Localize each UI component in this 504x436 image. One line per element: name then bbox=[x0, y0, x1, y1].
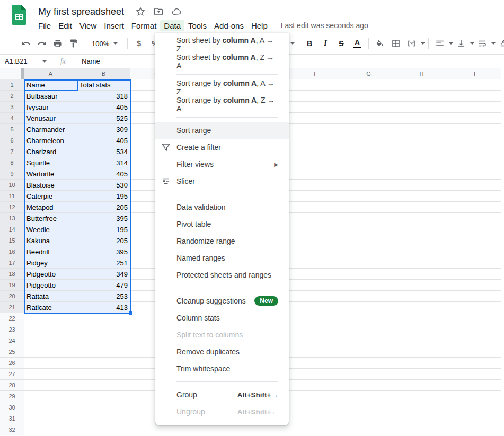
row-header-30[interactable]: 30 bbox=[0, 402, 24, 413]
cell-B32[interactable] bbox=[77, 424, 130, 435]
cell-H16[interactable] bbox=[395, 246, 448, 257]
cell-A21[interactable]: Raticate bbox=[24, 302, 77, 313]
cell-A16[interactable]: Beedrill bbox=[24, 246, 77, 257]
cell-H14[interactable] bbox=[395, 224, 448, 235]
cell-F19[interactable] bbox=[289, 280, 342, 291]
menu-item-sort-sheet-by-column-a-z-a[interactable]: Sort sheet by column A, Z → A bbox=[155, 53, 289, 70]
cell-B24[interactable] bbox=[77, 335, 130, 346]
menubar-item-format[interactable]: Format bbox=[128, 20, 161, 31]
cell-H5[interactable] bbox=[395, 124, 448, 135]
cell-B6[interactable]: 405 bbox=[77, 135, 130, 146]
cell-B26[interactable] bbox=[77, 358, 130, 369]
cell-G21[interactable] bbox=[342, 302, 395, 313]
cell-G19[interactable] bbox=[342, 280, 395, 291]
row-header-23[interactable]: 23 bbox=[0, 324, 24, 335]
text-rotation-button[interactable] bbox=[497, 37, 504, 50]
cell-G15[interactable] bbox=[342, 235, 395, 246]
cell-I26[interactable] bbox=[448, 358, 501, 369]
cell-F32[interactable] bbox=[289, 424, 342, 435]
row-header-3[interactable]: 3 bbox=[0, 102, 24, 113]
cell-I20[interactable] bbox=[448, 291, 501, 302]
cell-B9[interactable]: 405 bbox=[77, 168, 130, 180]
cell-A2[interactable]: Bulbasaur bbox=[24, 91, 77, 102]
cell-G9[interactable] bbox=[342, 168, 395, 180]
row-header-32[interactable]: 32 bbox=[0, 424, 24, 435]
cell-B14[interactable]: 195 bbox=[77, 224, 130, 235]
cell-H25[interactable] bbox=[395, 346, 448, 358]
cell-H27[interactable] bbox=[395, 369, 448, 380]
cell-A3[interactable]: Ivysaur bbox=[24, 102, 77, 113]
row-header-21[interactable]: 21 bbox=[0, 302, 24, 313]
row-header-2[interactable]: 2 bbox=[0, 91, 24, 102]
cell-I21[interactable] bbox=[448, 302, 501, 313]
paint-format-button[interactable] bbox=[67, 37, 81, 50]
cell-B18[interactable]: 349 bbox=[77, 269, 130, 280]
cell-F10[interactable] bbox=[289, 180, 342, 191]
name-box-dropdown-icon[interactable] bbox=[42, 60, 47, 63]
row-header-4[interactable]: 4 bbox=[0, 113, 24, 124]
cell-F13[interactable] bbox=[289, 213, 342, 224]
cell-I22[interactable] bbox=[448, 313, 501, 324]
cell-F6[interactable] bbox=[289, 135, 342, 146]
cell-I27[interactable] bbox=[448, 369, 501, 380]
row-header-6[interactable]: 6 bbox=[0, 135, 24, 146]
cell-I7[interactable] bbox=[448, 146, 501, 157]
cell-G14[interactable] bbox=[342, 224, 395, 235]
cell-B30[interactable] bbox=[77, 402, 130, 413]
cell-A17[interactable]: Pidgey bbox=[24, 257, 77, 269]
menu-item-sort-sheet-by-column-a-a-z[interactable]: Sort sheet by column A, A → Z bbox=[155, 36, 289, 53]
row-header-25[interactable]: 25 bbox=[0, 346, 24, 358]
cell-B20[interactable]: 253 bbox=[77, 291, 130, 302]
cell-F8[interactable] bbox=[289, 157, 342, 168]
cell-H30[interactable] bbox=[395, 402, 448, 413]
cell-H17[interactable] bbox=[395, 257, 448, 269]
row-header-28[interactable]: 28 bbox=[0, 380, 24, 391]
menubar-item-insert[interactable]: Insert bbox=[100, 20, 128, 31]
row-header-31[interactable]: 31 bbox=[0, 413, 24, 424]
cell-C32[interactable] bbox=[130, 424, 183, 435]
cell-F18[interactable] bbox=[289, 269, 342, 280]
cell-A28[interactable] bbox=[24, 380, 77, 391]
row-header-16[interactable]: 16 bbox=[0, 246, 24, 257]
last-edit-link[interactable]: Last edit was seconds ago bbox=[281, 21, 368, 30]
row-header-5[interactable]: 5 bbox=[0, 124, 24, 135]
cell-F24[interactable] bbox=[289, 335, 342, 346]
cell-G17[interactable] bbox=[342, 257, 395, 269]
row-header-10[interactable]: 10 bbox=[0, 180, 24, 191]
cell-F29[interactable] bbox=[289, 391, 342, 402]
star-icon[interactable] bbox=[135, 6, 146, 17]
cell-B10[interactable]: 530 bbox=[77, 180, 130, 191]
menu-item-sort-range[interactable]: Sort range bbox=[155, 122, 289, 139]
column-header-a[interactable]: A bbox=[24, 68, 77, 79]
row-header-8[interactable]: 8 bbox=[0, 157, 24, 168]
cell-G28[interactable] bbox=[342, 380, 395, 391]
row-header-1[interactable]: 1 bbox=[0, 79, 24, 91]
vertical-align-options-icon[interactable] bbox=[470, 42, 474, 45]
cell-I16[interactable] bbox=[448, 246, 501, 257]
row-header-14[interactable]: 14 bbox=[0, 224, 24, 235]
cell-A20[interactable]: Rattata bbox=[24, 291, 77, 302]
cell-G20[interactable] bbox=[342, 291, 395, 302]
menu-item-sort-range-by-column-a-a-z[interactable]: Sort range by column A, A → Z bbox=[155, 79, 289, 96]
cell-G12[interactable] bbox=[342, 202, 395, 213]
cell-I30[interactable] bbox=[448, 402, 501, 413]
cell-B1[interactable]: Total stats bbox=[77, 79, 130, 91]
merge-options-icon[interactable] bbox=[421, 42, 425, 45]
borders-button[interactable] bbox=[389, 37, 403, 50]
cell-F30[interactable] bbox=[289, 402, 342, 413]
menu-item-cleanup-suggestions[interactable]: Cleanup suggestionsNew bbox=[155, 292, 289, 309]
cell-H22[interactable] bbox=[395, 313, 448, 324]
cell-H28[interactable] bbox=[395, 380, 448, 391]
italic-button[interactable]: I bbox=[319, 37, 332, 50]
menu-item-remove-duplicates[interactable]: Remove duplicates bbox=[155, 343, 289, 360]
menu-item-named-ranges[interactable]: Named ranges bbox=[155, 250, 289, 266]
row-header-18[interactable]: 18 bbox=[0, 269, 24, 280]
cell-G1[interactable] bbox=[342, 79, 395, 91]
cell-H13[interactable] bbox=[395, 213, 448, 224]
cell-A32[interactable] bbox=[24, 424, 77, 435]
cell-F27[interactable] bbox=[289, 369, 342, 380]
menubar-item-view[interactable]: View bbox=[76, 20, 100, 31]
row-header-24[interactable]: 24 bbox=[0, 335, 24, 346]
menu-item-trim-whitespace[interactable]: Trim whitespace bbox=[155, 360, 289, 377]
cell-F11[interactable] bbox=[289, 191, 342, 202]
